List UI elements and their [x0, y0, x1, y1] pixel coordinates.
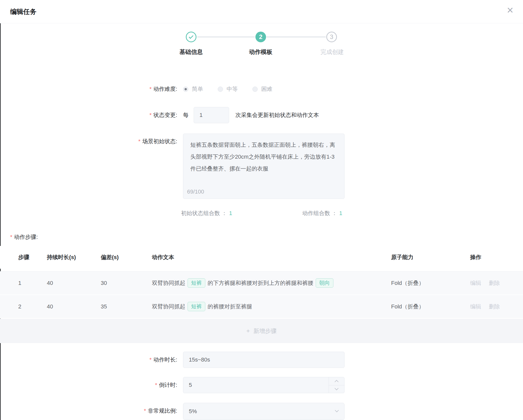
unusual-ratio-label: * 非常规比例:: [0, 403, 177, 419]
cell-ability: Fold（折叠）: [391, 279, 470, 287]
action-steps-label: * 动作步骤:: [10, 232, 38, 243]
difficulty-radio-group: 简单 中等 困难: [183, 82, 287, 96]
cell-step: 2: [18, 303, 47, 310]
edit-link[interactable]: 编辑: [470, 303, 481, 310]
cell-action-text: 双臂协同抓起 短裤 的下方裤腿和裤腰对折到上方的裤腿和裤腰 朝向: [152, 278, 391, 287]
spinner-up-button[interactable]: [329, 377, 344, 385]
state-change-suffix: 次采集会更新初始状态和动作文本: [235, 107, 319, 123]
step-2-number: 2: [259, 33, 262, 40]
cell-step: 1: [18, 280, 47, 286]
radio-unselected-icon[interactable]: [252, 87, 258, 92]
check-icon: [189, 34, 193, 39]
initial-combo-count: 初始状态组合数 ： 1: [181, 207, 232, 219]
radio-label: 中等: [227, 85, 238, 93]
entity-tag: 朝向: [316, 278, 333, 287]
delete-link[interactable]: 删除: [489, 279, 500, 287]
step-2-label: 动作模板: [233, 48, 289, 56]
required-star: *: [10, 234, 12, 240]
action-duration-label: * 动作时长:: [0, 352, 177, 368]
table-row: 2 40 35 双臂协同抓起 短裤 的裤腰对折至裤腿 Fold（折叠） 编辑 删…: [0, 295, 523, 319]
dialog-title: 编辑任务: [10, 0, 36, 23]
cell-deviation: 35: [101, 303, 152, 310]
edit-link[interactable]: 编辑: [470, 279, 481, 287]
state-change-prefix: 每: [183, 107, 189, 123]
difficulty-label: * 动作难度:: [0, 82, 177, 96]
table-row: 1 40 30 双臂协同抓起 短裤 的下方裤腿和裤腰对折到上方的裤腿和裤腰 朝向…: [0, 271, 523, 295]
required-star: *: [138, 138, 140, 145]
state-change-label: * 状态变更:: [0, 107, 177, 123]
entity-tag: 短裤: [188, 302, 205, 311]
countdown-label: * 倒计时:: [0, 377, 177, 393]
step-3-circle: 3: [326, 32, 337, 42]
countdown-input[interactable]: 5: [183, 377, 345, 393]
close-icon[interactable]: ×: [507, 5, 513, 16]
char-counter: 69/100: [187, 188, 204, 195]
cell-action-text: 双臂协同抓起 短裤 的裤腰对折至裤腿: [152, 302, 391, 311]
col-deviation: 偏差(s): [101, 254, 152, 261]
state-change-input[interactable]: 1: [194, 107, 229, 123]
action-duration-input[interactable]: 15s~80s: [183, 352, 345, 368]
add-step-button[interactable]: + 新增步骤: [0, 319, 523, 343]
radio-selected-icon[interactable]: [183, 87, 188, 92]
cell-operations: 编辑 删除: [470, 279, 523, 287]
initial-state-textarea[interactable]: 短裤五条数据背面朝上，五条数据正面朝上，裤腰朝右，离头部视野下方至少20cm之外…: [183, 134, 345, 199]
radio-label: 简单: [192, 85, 203, 93]
radio-unselected-icon[interactable]: [218, 87, 223, 92]
initial-state-label: * 场景初始状态:: [0, 135, 177, 148]
col-duration: 持续时长(s): [47, 254, 101, 261]
cell-duration: 40: [47, 280, 101, 286]
cell-ability: Fold（折叠）: [391, 303, 470, 310]
number-spinner: [329, 377, 344, 393]
dialog-header: 编辑任务 ×: [0, 0, 523, 23]
initial-combo-value: 1: [229, 210, 232, 217]
delete-link[interactable]: 删除: [489, 303, 500, 310]
required-star: *: [144, 408, 146, 414]
step-3-label: 完成创建: [304, 48, 360, 56]
required-star: *: [149, 86, 152, 92]
chevron-up-icon: [335, 380, 339, 384]
action-combo-value: 1: [339, 210, 342, 217]
col-step: 步骤: [18, 254, 47, 261]
stepper-connector-1: [197, 36, 255, 37]
spinner-down-button[interactable]: [329, 385, 344, 393]
entity-tag: 短裤: [188, 278, 205, 287]
required-star: *: [155, 382, 157, 388]
step-2-circle: 2: [255, 32, 266, 42]
edit-task-dialog: 编辑任务 × 2 3 基础信息 动作模板 完成创建 * 动作难度: 简单 中等 …: [0, 0, 523, 420]
chevron-down-icon: [335, 386, 339, 390]
radio-option-simple[interactable]: 简单: [183, 85, 203, 93]
cell-duration: 40: [47, 303, 101, 310]
required-star: *: [149, 356, 152, 363]
col-action-text: 动作文本: [152, 254, 391, 261]
col-atomic-ability: 原子能力: [391, 254, 470, 261]
cell-deviation: 30: [101, 280, 152, 286]
radio-option-hard[interactable]: 困难: [252, 85, 272, 93]
stepper-connector-2: [267, 36, 326, 37]
radio-label: 困难: [261, 85, 272, 93]
steps-table-body: 1 40 30 双臂协同抓起 短裤 的下方裤腿和裤腰对折到上方的裤腿和裤腰 朝向…: [0, 271, 523, 319]
steps-table-header: 步骤 持续时长(s) 偏差(s) 动作文本 原子能力 操作: [0, 246, 523, 269]
col-operations: 操作: [470, 254, 523, 261]
cell-operations: 编辑 删除: [470, 303, 523, 310]
step-1-circle: [186, 32, 196, 42]
step-3-number: 3: [330, 33, 333, 40]
select-chevron-down-icon: [335, 408, 339, 412]
required-star: *: [149, 112, 152, 118]
plus-icon: +: [246, 327, 250, 334]
unusual-ratio-select[interactable]: 5%: [183, 403, 345, 420]
radio-option-medium[interactable]: 中等: [218, 85, 238, 93]
step-1-label: 基础信息: [163, 48, 219, 56]
action-combo-count: 动作组合数 ： 1: [302, 207, 342, 219]
